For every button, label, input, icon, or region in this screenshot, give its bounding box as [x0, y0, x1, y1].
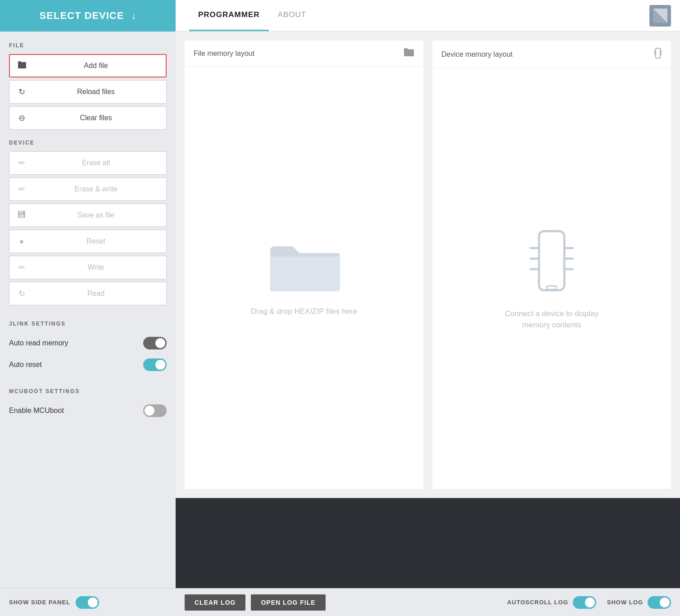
clear-files-label: Clear files	[33, 114, 159, 122]
auto-read-memory-thumb	[155, 338, 165, 348]
show-log-thumb	[660, 598, 670, 607]
right-panel: File memory layout Drag & drop HEX/ZIP f…	[176, 32, 680, 588]
autoscroll-log-group: AUTOSCROLL LOG	[507, 596, 596, 609]
log-area	[176, 498, 680, 588]
device-memory-card: Device memory layout	[432, 41, 671, 489]
file-memory-card: File memory layout Drag & drop HEX/ZIP f…	[185, 41, 423, 489]
bottom-bar: SHOW SIDE PANEL CLEAR LOG OPEN LOG FILE …	[0, 588, 680, 616]
erase-write-label: Erase & write	[33, 185, 159, 193]
bottom-left: SHOW SIDE PANEL	[9, 596, 185, 609]
auto-read-memory-label: Auto read memory	[9, 339, 68, 347]
show-log-toggle[interactable]	[648, 596, 671, 609]
enable-mcuboot-label: Enable MCUboot	[9, 407, 64, 415]
device-section-label: DEVICE	[9, 140, 167, 146]
folder-icon	[17, 61, 27, 71]
erase-all-button[interactable]: ✏ Erase all	[9, 151, 167, 175]
read-icon: ↻	[17, 289, 27, 299]
sidebar: FILE Add file ↻ Reload files ⊖ Clear fil…	[0, 32, 176, 588]
autoscroll-log-toggle[interactable]	[573, 596, 596, 609]
device-large-icon	[529, 227, 574, 294]
show-log-label: SHOW LOG	[607, 599, 643, 606]
select-device-title: SELECT DEVICE	[40, 10, 124, 22]
mcuboot-section-label: MCUBOOT SETTINGS	[9, 388, 167, 394]
file-section-label: FILE	[9, 42, 167, 49]
bottom-right-end: AUTOSCROLL LOG SHOW LOG	[507, 596, 671, 609]
header-left: SELECT DEVICE ↓	[0, 0, 176, 32]
read-button[interactable]: ↻ Read	[9, 282, 167, 305]
clear-files-button[interactable]: ⊖ Clear files	[9, 106, 167, 130]
svg-rect-6	[656, 48, 660, 58]
device-memory-title: Device memory layout	[441, 50, 512, 59]
tab-about[interactable]: ABOUT	[269, 0, 316, 31]
file-memory-placeholder: Drag & drop HEX/ZIP files here	[251, 307, 357, 316]
save-as-file-label: Save as file	[33, 211, 159, 219]
erase-all-label: Erase all	[33, 159, 159, 167]
down-arrow-icon[interactable]: ↓	[131, 10, 136, 22]
enable-mcuboot-row: Enable MCUboot	[9, 400, 167, 421]
top-header: SELECT DEVICE ↓ PROGRAMMER ABOUT	[0, 0, 680, 32]
erase-write-icon: ✏	[17, 184, 27, 194]
reset-label: Reset	[33, 237, 159, 245]
auto-read-memory-toggle[interactable]	[143, 337, 167, 349]
write-button[interactable]: ✏ Write	[9, 256, 167, 279]
read-label: Read	[33, 290, 159, 298]
autoscroll-log-label: AUTOSCROLL LOG	[507, 599, 568, 606]
file-memory-body: Drag & drop HEX/ZIP files here	[185, 67, 423, 489]
autoscroll-log-thumb	[585, 598, 595, 607]
minus-circle-icon: ⊖	[17, 113, 27, 123]
auto-reset-row: Auto reset	[9, 354, 167, 376]
erase-write-button[interactable]: ✏ Erase & write	[9, 177, 167, 201]
reload-icon: ↻	[17, 87, 27, 97]
enable-mcuboot-toggle[interactable]	[143, 404, 167, 417]
main-content: FILE Add file ↻ Reload files ⊖ Clear fil…	[0, 32, 680, 588]
device-memory-chip-icon[interactable]	[654, 48, 662, 61]
write-icon: ✏	[17, 263, 27, 272]
reset-button[interactable]: ● Reset	[9, 230, 167, 253]
erase-all-icon: ✏	[17, 158, 27, 168]
open-log-file-button[interactable]: OPEN LOG FILE	[251, 594, 325, 611]
svg-rect-20	[547, 286, 557, 290]
svg-rect-13	[539, 231, 564, 290]
enable-mcuboot-thumb	[145, 406, 154, 416]
add-file-button[interactable]: Add file	[9, 54, 167, 77]
show-side-panel-label: SHOW SIDE PANEL	[9, 599, 70, 606]
memory-panels: File memory layout Drag & drop HEX/ZIP f…	[176, 32, 680, 498]
auto-reset-thumb	[155, 360, 165, 370]
auto-reset-toggle[interactable]	[143, 358, 167, 371]
bottom-right: CLEAR LOG OPEN LOG FILE AUTOSCROLL LOG S…	[185, 594, 671, 611]
write-label: Write	[33, 263, 159, 272]
device-memory-header: Device memory layout	[432, 41, 671, 68]
show-side-panel-toggle[interactable]	[76, 596, 99, 609]
svg-rect-4	[19, 211, 23, 213]
reload-files-button[interactable]: ↻ Reload files	[9, 80, 167, 104]
auto-reset-label: Auto reset	[9, 361, 42, 369]
show-side-panel-thumb	[88, 598, 98, 607]
nordic-logo-icon	[649, 5, 671, 27]
header-right: PROGRAMMER ABOUT	[176, 0, 680, 32]
file-memory-folder-icon[interactable]	[403, 48, 414, 59]
svg-rect-5	[19, 214, 24, 217]
jlink-section-label: JLINK SETTINGS	[9, 321, 167, 327]
floppy-icon	[17, 210, 27, 221]
tab-programmer[interactable]: PROGRAMMER	[189, 0, 269, 31]
folder-large-icon	[268, 240, 340, 294]
file-memory-title: File memory layout	[194, 50, 254, 58]
add-file-label: Add file	[33, 62, 159, 70]
save-as-file-button[interactable]: Save as file	[9, 204, 167, 227]
reset-icon: ●	[17, 237, 27, 246]
reload-files-label: Reload files	[33, 88, 159, 96]
file-memory-header: File memory layout	[185, 41, 423, 67]
show-log-group: SHOW LOG	[607, 596, 671, 609]
device-memory-placeholder: Connect a device to display memory conte…	[505, 308, 598, 331]
clear-log-button[interactable]: CLEAR LOG	[185, 594, 245, 611]
auto-read-memory-row: Auto read memory	[9, 332, 167, 354]
device-memory-body: Connect a device to display memory conte…	[432, 68, 671, 489]
